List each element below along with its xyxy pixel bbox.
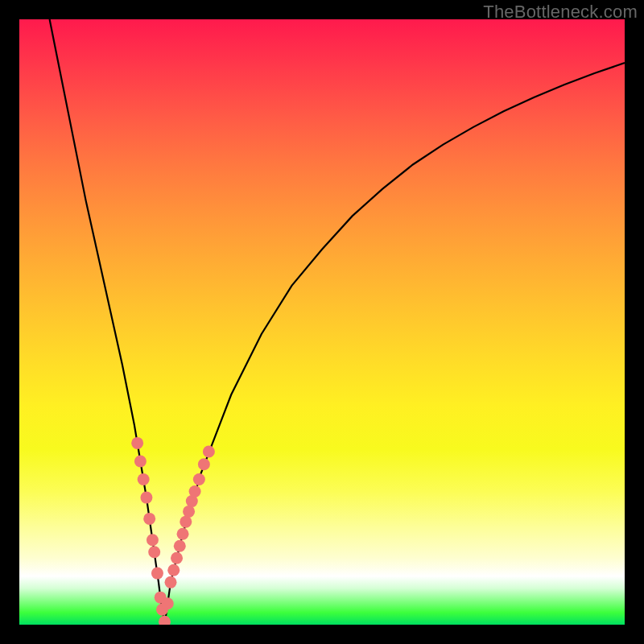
plot-area: [19, 19, 625, 625]
chart-frame: TheBottleneck.com: [0, 0, 644, 644]
data-marker: [140, 492, 152, 504]
data-marker: [193, 473, 205, 485]
data-marker: [198, 458, 210, 470]
data-marker: [143, 513, 155, 525]
data-marker: [147, 534, 159, 546]
data-marker: [162, 597, 174, 609]
data-marker: [151, 568, 163, 580]
data-marker: [148, 546, 160, 558]
data-marker: [131, 437, 143, 449]
curve-layer: [19, 19, 625, 625]
data-marker: [159, 616, 171, 625]
data-marker: [183, 506, 195, 518]
data-marker: [138, 473, 150, 485]
data-marker: [174, 540, 186, 552]
data-marker: [171, 552, 183, 564]
watermark-text: TheBottleneck.com: [483, 2, 638, 23]
data-marker: [177, 528, 189, 540]
data-marker: [189, 485, 201, 497]
bottleneck-curve: [50, 19, 625, 625]
data-marker: [165, 576, 177, 588]
data-marker: [134, 455, 147, 467]
data-marker: [203, 445, 215, 457]
data-marker: [180, 516, 192, 528]
data-marker: [167, 564, 180, 576]
marker-group: [131, 437, 215, 625]
